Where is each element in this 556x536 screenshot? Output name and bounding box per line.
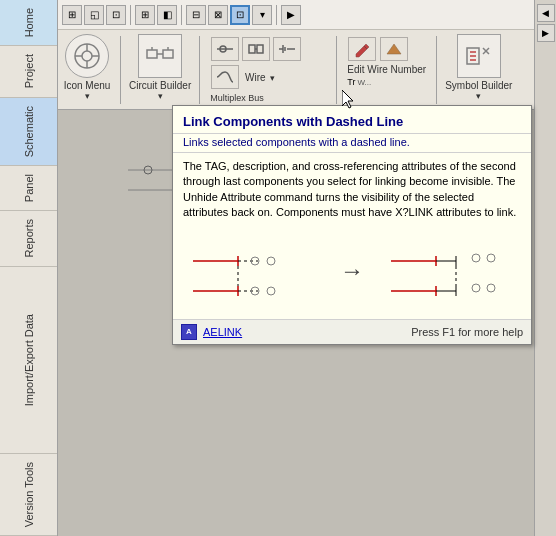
svg-rect-6 [147,50,157,58]
toolbar-btn-9[interactable]: ▾ [252,5,272,25]
multiplex-bus-label: Multiplex Bus [210,93,270,104]
tool-btn-1[interactable] [211,37,239,61]
toolbar-btn-6[interactable]: ⊟ [186,5,206,25]
arrow-icon: → [340,257,364,285]
sidebar-project-label: Project [23,54,35,88]
separator-3 [336,36,337,104]
svg-rect-14 [257,45,263,53]
toolbar-btn-3[interactable]: ⊡ [106,5,126,25]
icon-menu-label: Icon Menu [64,80,111,91]
svg-rect-13 [249,45,255,53]
sidebar-item-project[interactable]: Project [0,46,57,97]
svg-point-35 [267,287,275,295]
svg-point-1 [82,51,92,61]
circuit-builder-label: Circuit Builder [129,80,191,91]
tool-btn-4[interactable] [211,65,239,89]
toolbar-btn-8[interactable]: ⊡ [230,5,250,25]
separator-2 [199,36,200,104]
toolbar-btn-7[interactable]: ⊠ [208,5,228,25]
icon-menu-row: Icon Menu ▾ Circuit Builder ▾ [58,30,556,108]
sidebar-schematic-label: Schematic [23,106,35,157]
diagram-before [183,231,323,311]
wire-label: Wire [241,64,269,91]
svg-point-48 [472,284,480,292]
tooltip-footer-help: Press F1 for more help [411,326,523,338]
sidebar-item-reports[interactable]: Reports [0,211,57,267]
tooltip-title: Link Components with Dashed Line [173,106,531,134]
cursor-icon [342,90,358,110]
separator-1 [120,36,121,104]
toolbar-row1: ⊞ ◱ ⊡ ⊞ ◧ ⊟ ⊠ ⊡ ▾ ▶ [58,0,556,30]
tooltip-images: → [173,227,531,319]
toolbar-sep-2 [181,5,182,25]
right-panel-btn-2[interactable]: ▶ [537,24,555,42]
sidebar-reports-label: Reports [23,219,35,258]
sidebar-item-panel[interactable]: Panel [0,166,57,211]
tooltip-subtitle: Links selected components with a dashed … [173,134,531,153]
separator-4 [436,36,437,104]
toolbar-btn-4[interactable]: ⊞ [135,5,155,25]
right-panel: ◀ ▶ [534,0,556,536]
circuit-builder-icon[interactable] [138,34,182,78]
sidebar-item-home[interactable]: Home [0,0,57,46]
symbol-builder-label: Symbol Builder [445,80,512,91]
tooltip-footer-link[interactable]: AELINK [203,326,242,338]
toolbar-expand[interactable]: ▶ [281,5,301,25]
toolbar-sep-3 [276,5,277,25]
sidebar-item-versiontools[interactable]: Version Tools [0,454,57,536]
icon-menu-icon[interactable] [65,34,109,78]
toolbar-area: ⊞ ◱ ⊡ ⊞ ◧ ⊟ ⊠ ⊡ ▾ ▶ [58,0,556,110]
svg-point-30 [267,257,275,265]
toolbar-btn-2[interactable]: ◱ [84,5,104,25]
app-window: − □ ✕ Home Project Schematic Panel Repor… [0,0,556,536]
svg-point-41 [472,254,480,262]
sidebar-panel-label: Panel [23,174,35,202]
icon-menu-group: Icon Menu ▾ [62,34,112,106]
tooltip-popup: Link Components with Dashed Line Links s… [172,105,532,345]
circuit-builder-group: Circuit Builder ▾ [129,34,191,106]
schematic-tools: Wire ▾ Multiplex Bus [208,34,328,106]
sidebar-versiontools-label: Version Tools [23,462,35,527]
toolbar-sep-1 [130,5,131,25]
aelink-icon: A [181,324,197,340]
sidebar: Home Project Schematic Panel Reports Imp… [0,0,58,536]
tool-btn-3[interactable] [273,37,301,61]
edit-wire-label: Edit Wire Number [347,64,426,75]
sidebar-home-label: Home [23,8,35,37]
symbol-builder-icon[interactable] [457,34,501,78]
tooltip-footer: A AELINK Press F1 for more help [173,319,531,344]
tool-btn-2[interactable] [242,37,270,61]
toolbar-btn-5[interactable]: ◧ [157,5,177,25]
tool-edit-2[interactable] [380,37,408,61]
toolbar-btn-1[interactable]: ⊞ [62,5,82,25]
tool-edit-1[interactable] [348,37,376,61]
svg-rect-7 [163,50,173,58]
sidebar-item-importexport[interactable]: Import/Export Data [0,267,57,454]
symbol-builder-group: Symbol Builder ▾ [445,34,512,106]
sidebar-item-schematic[interactable]: Schematic [0,98,57,166]
right-panel-btn-1[interactable]: ◀ [537,4,555,22]
svg-point-49 [487,284,495,292]
svg-point-42 [487,254,495,262]
sidebar-importexport-label: Import/Export Data [23,314,35,406]
diagram-after [381,231,521,311]
tooltip-body: The TAG, description, and cross-referenc… [173,153,531,227]
